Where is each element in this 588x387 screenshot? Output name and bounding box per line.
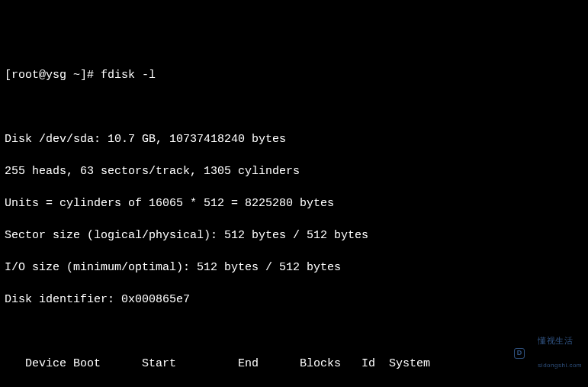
disk-sda-header: Disk /dev/sda: 10.7 GB, 10737418240 byte… [5, 131, 583, 147]
prompt-line[interactable]: [root@ysg ~]# fdisk -l [5, 67, 583, 83]
prompt-user-host: [root@ysg ~]# [5, 69, 94, 82]
command-entered: fdisk -l [101, 69, 156, 82]
disk-sda-sector: Sector size (logical/physical): 512 byte… [5, 227, 583, 243]
blank-line [5, 99, 583, 115]
blank-line [5, 324, 583, 340]
disk-sda-geometry: 255 heads, 63 sectors/track, 1305 cylind… [5, 163, 583, 179]
disk-sda-io: I/O size (minimum/optimal): 512 bytes / … [5, 260, 583, 276]
watermark-url: sidongshi.com [538, 362, 582, 369]
disk-sda-identifier: Disk identifier: 0x000865e7 [5, 292, 583, 308]
partition-table-header: Device Boot Start End Blocks Id System [5, 356, 583, 372]
disk-sda-units: Units = cylinders of 16065 * 512 = 82252… [5, 195, 583, 211]
watermark: D 懂视生活 sidongshi.com [514, 324, 582, 382]
watermark-text: 懂视生活 [538, 336, 573, 345]
watermark-logo-icon: D [514, 348, 525, 359]
